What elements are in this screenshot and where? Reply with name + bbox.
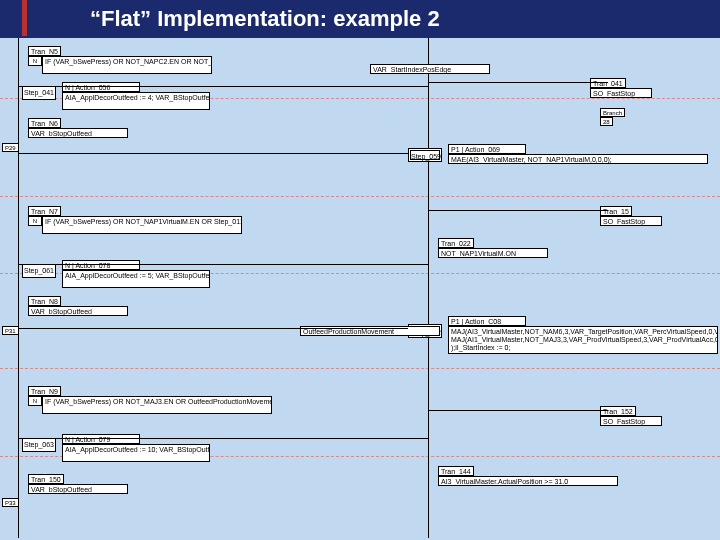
tran-n7-label: Tran_N7 bbox=[28, 206, 61, 216]
connector bbox=[428, 82, 608, 83]
tran-n8: Tran_N8 bbox=[28, 296, 61, 306]
action-069-code: MAE(AI3_VirtualMaster, NOT_NAP1VirtualM,… bbox=[448, 154, 708, 164]
tran-n5-label: Tran_N5 bbox=[28, 46, 61, 56]
tran-152: Tran_152 bbox=[600, 406, 636, 416]
var-bstop-1: VAR_bStopOutfeed bbox=[28, 128, 128, 138]
branch-28a: Branch bbox=[600, 108, 625, 117]
step-041: Step_041 bbox=[22, 86, 56, 100]
tran-n5-code: IF (VAR_bSwePress) OR NOT_NAPC2.EN OR NO… bbox=[42, 56, 212, 74]
guide bbox=[0, 368, 720, 369]
sfc-diagram: Tran_N5 N IF (VAR_bSwePress) OR NOT_NAPC… bbox=[0, 38, 720, 540]
action-056-hdr: N | Action_056 bbox=[62, 82, 140, 92]
branch-28a-num: 28 bbox=[600, 117, 613, 126]
action-069-hdr: P1 | Action_069 bbox=[448, 144, 526, 154]
so-faststop-2: SO_FastStop bbox=[600, 216, 662, 226]
page-title: “Flat” Implementation: example 2 bbox=[90, 6, 440, 32]
action-c08-hdr: P1 | Action_C08 bbox=[448, 316, 526, 326]
right-vline bbox=[428, 38, 429, 538]
action-078-hdr: N | Action_078 bbox=[62, 260, 140, 270]
var-bstop-2: VAR_bStopOutfeed bbox=[28, 306, 128, 316]
action-078-code: AIA_ApplDecorOutfeed := 5; VAR_BStopOutf… bbox=[62, 270, 210, 288]
so-faststop-3: SO_FastStop bbox=[600, 416, 662, 426]
p31: P31 bbox=[2, 326, 19, 335]
action-c08-code: MAJ(AI3_VirtualMaster,NOT_NAM6,3,VAR_Tar… bbox=[448, 326, 718, 354]
connector bbox=[18, 328, 408, 329]
step-063: Step_063 bbox=[22, 438, 56, 452]
title-bar: “Flat” Implementation: example 2 bbox=[0, 0, 720, 38]
tran-041: Tran_041 bbox=[590, 78, 626, 88]
connector bbox=[18, 86, 428, 87]
p33: P33 bbox=[2, 498, 19, 507]
tran-n6: Tran_N6 bbox=[28, 118, 61, 128]
guide bbox=[0, 196, 720, 197]
type-n9: N bbox=[28, 396, 42, 406]
step-059: Step_059 bbox=[408, 148, 442, 162]
action-079-code: AIA_ApplDecorOutfeed := 10; VAR_BStopOut… bbox=[62, 444, 210, 462]
type-n7: N bbox=[28, 216, 42, 226]
tran-041-code: VAR_StartIndexPosEdge bbox=[370, 64, 490, 74]
action-079-hdr: N | Action_079 bbox=[62, 434, 140, 444]
tran-022: Tran_022 bbox=[438, 238, 474, 248]
tran-022-code: NOT_NAP1VirtualM.ON bbox=[438, 248, 548, 258]
tran-150: Tran_150 bbox=[28, 474, 64, 484]
p29: P29 bbox=[2, 143, 19, 152]
action-056-code: AIA_ApplDecorOutfeed := 4; VAR_BStopOutf… bbox=[62, 92, 210, 110]
tran-144: Tran_144 bbox=[438, 466, 474, 476]
connector bbox=[428, 410, 608, 411]
type-n5: N bbox=[28, 56, 42, 66]
tran-n7-code: IF (VAR_bSwePress) OR NOT_NAP1VirtualM.E… bbox=[42, 216, 242, 234]
tran-n9-label: Tran_N9 bbox=[28, 386, 61, 396]
connector bbox=[18, 264, 428, 265]
var-bstop-3: VAR_bStopOutfeed bbox=[28, 484, 128, 494]
so-faststop-1: SO_FastStop bbox=[590, 88, 652, 98]
main-vline bbox=[18, 38, 19, 538]
connector bbox=[428, 210, 608, 211]
accent-bar bbox=[22, 0, 27, 36]
tran-15: Tran_15 bbox=[600, 206, 632, 216]
tran-n9-code: IF (VAR_bSwePress) OR NOT_MAJ3.EN OR Out… bbox=[42, 396, 272, 414]
connector bbox=[18, 438, 428, 439]
step-061: Step_061 bbox=[22, 264, 56, 278]
tran-144-code: AI3_VirtualMaster.ActualPosition >= 31.0 bbox=[438, 476, 618, 486]
connector bbox=[18, 153, 408, 154]
